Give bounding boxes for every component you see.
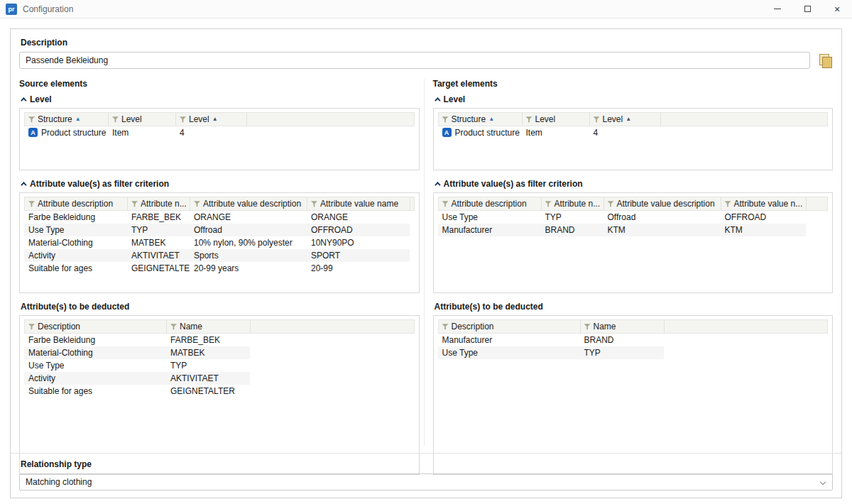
table-row[interactable]: Material-ClothingMATBEK10% nylon, 90% po… xyxy=(24,236,410,249)
description-row xyxy=(19,52,833,69)
filter-icon xyxy=(194,201,200,207)
table-cell: 10% nylon, 90% polyester xyxy=(190,236,307,249)
filter-icon xyxy=(28,201,35,207)
column-label: Name xyxy=(594,322,616,332)
column-header-attribute-description[interactable]: Attribute description xyxy=(25,197,128,210)
column-label: Structure xyxy=(38,114,72,124)
target-level-section-header[interactable]: Level xyxy=(433,93,834,106)
column-header-attribute-description[interactable]: Attribute description xyxy=(439,197,542,210)
sort-ascending-icon: ▲ xyxy=(75,116,81,122)
filter-icon xyxy=(442,116,449,123)
table-body: ManufacturerBRANDUse TypeTYP xyxy=(438,334,829,359)
table-cell: Suitable for ages xyxy=(24,262,127,275)
filter-icon xyxy=(584,324,591,330)
table-row[interactable]: Use TypeTYP xyxy=(24,359,250,372)
table-cell: Item xyxy=(522,126,589,139)
column-header-name[interactable]: Name xyxy=(581,320,665,333)
source-deducted-section-header: Attribute(s) to be deducted xyxy=(19,300,420,313)
column-label: Description xyxy=(452,322,494,332)
source-level-section-header[interactable]: Level xyxy=(19,93,420,106)
table-row[interactable]: ManufacturerBRANDKTMKTM xyxy=(438,224,806,236)
table-row[interactable]: Suitable for agesGEIGNETALTER xyxy=(24,385,250,398)
column-header-attribute-value-name[interactable]: Attribute value name xyxy=(307,197,410,210)
table-row[interactable]: ManufacturerBRAND xyxy=(438,334,664,346)
section-title: Level xyxy=(444,94,466,104)
collapse-icon xyxy=(435,97,440,103)
table-row[interactable]: AProduct structureItem4 xyxy=(438,126,660,139)
collapse-icon xyxy=(21,182,26,187)
table-row[interactable]: Use TypeTYPOffroadOFFROAD xyxy=(24,224,410,236)
column-label: Attribute value description xyxy=(617,199,715,209)
column-header-level-2[interactable]: Level ▲ xyxy=(176,113,247,126)
table-cell: OFFROAD xyxy=(307,224,410,236)
column-header-attribute-value-description[interactable]: Attribute value description xyxy=(190,197,307,210)
source-level-table: Structure ▲ Level Level ▲ AProduct struc… xyxy=(19,108,420,170)
relationship-type-select[interactable]: Matching clothing xyxy=(19,473,833,491)
table-row[interactable]: ActivityAKTIVITAET xyxy=(24,372,250,385)
close-button[interactable]: × xyxy=(822,0,852,18)
relationship-type-value: Matching clothing xyxy=(26,477,92,487)
column-label: Name xyxy=(180,322,202,332)
table-cell: AProduct structure xyxy=(438,126,522,139)
table-body: AProduct structureItem4 xyxy=(24,126,415,139)
table-row[interactable]: Use TypeTYP xyxy=(438,346,664,359)
column-header-attribute-name[interactable]: Attribute n... xyxy=(128,197,190,210)
table-row[interactable]: ActivityAKTIVITAETSportsSPORT xyxy=(24,249,410,262)
table-cell: AProduct structure xyxy=(24,126,108,139)
column-label: Level xyxy=(121,114,142,124)
column-header-attribute-value-description[interactable]: Attribute value description xyxy=(604,197,721,210)
minimize-button[interactable] xyxy=(763,0,792,18)
column-header-filler xyxy=(251,320,414,333)
description-label: Description xyxy=(21,38,833,48)
table-row[interactable]: Farbe BekleidungFARBE_BEKORANGEORANGE xyxy=(24,211,410,224)
description-input[interactable] xyxy=(19,52,810,69)
table-cell: 20-99 years xyxy=(190,262,307,275)
column-header-filler xyxy=(247,113,414,126)
column-header-description[interactable]: Description xyxy=(25,320,167,333)
table-cell: Use Type xyxy=(438,346,580,359)
configuration-panel: Description Source elements Level Struct… xyxy=(10,28,842,498)
table-cell: Manufacturer xyxy=(438,224,541,236)
maximize-button[interactable] xyxy=(792,0,822,18)
section-title: Level xyxy=(30,94,52,104)
source-deducted-table: Description Name Farbe BekleidungFARBE_B… xyxy=(19,315,420,475)
column-header-attribute-value-name[interactable]: Attribute value n... xyxy=(721,197,807,210)
filter-icon xyxy=(442,324,449,330)
table-row[interactable]: AProduct structureItem4 xyxy=(24,126,246,139)
source-panel: Source elements Level Structure ▲ Level xyxy=(19,79,424,446)
close-icon: × xyxy=(834,4,840,14)
column-header-structure[interactable]: Structure ▲ xyxy=(25,113,109,126)
table-cell: TYP xyxy=(166,359,250,372)
column-header-level[interactable]: Level xyxy=(523,113,590,126)
product-structure-icon: A xyxy=(28,128,38,137)
table-cell: 10NY90PO xyxy=(307,236,410,249)
table-row[interactable]: Use TypeTYPOffroadOFFROAD xyxy=(438,211,806,224)
relationship-type-label: Relationship type xyxy=(21,459,833,469)
table-row[interactable]: Suitable for agesGEIGNETALTER20-99 years… xyxy=(24,262,410,275)
app-logo-icon: pr xyxy=(6,4,17,15)
source-filter-section-header[interactable]: Attribute value(s) as filter criterion xyxy=(19,177,420,190)
column-header-name[interactable]: Name xyxy=(167,320,251,333)
column-header-attribute-name[interactable]: Attribute n... xyxy=(542,197,604,210)
column-label: Structure xyxy=(452,114,486,124)
target-filter-table: Attribute description Attribute n... Att… xyxy=(433,192,834,293)
table-row[interactable]: Material-ClothingMATBEK xyxy=(24,346,250,359)
column-header-level[interactable]: Level xyxy=(109,113,176,126)
target-filter-section-header[interactable]: Attribute value(s) as filter criterion xyxy=(433,177,834,190)
column-label: Attribute n... xyxy=(555,199,601,209)
table-cell: 4 xyxy=(589,126,660,139)
column-header-description[interactable]: Description xyxy=(439,320,581,333)
paste-icon[interactable] xyxy=(816,53,833,68)
table-row[interactable]: Farbe BekleidungFARBE_BEK xyxy=(24,334,250,346)
column-header-level-2[interactable]: Level ▲ xyxy=(590,113,661,126)
collapse-icon xyxy=(435,182,440,187)
column-header-structure[interactable]: Structure ▲ xyxy=(439,113,523,126)
maximize-icon xyxy=(804,6,811,12)
table-cell: TYP xyxy=(127,224,190,236)
filter-icon xyxy=(442,201,449,207)
filter-icon xyxy=(608,201,614,207)
table-header: Description Name xyxy=(24,319,415,334)
table-cell: BRAND xyxy=(541,224,604,236)
column-label: Attribute description xyxy=(452,199,527,209)
table-cell: ORANGE xyxy=(190,211,307,224)
